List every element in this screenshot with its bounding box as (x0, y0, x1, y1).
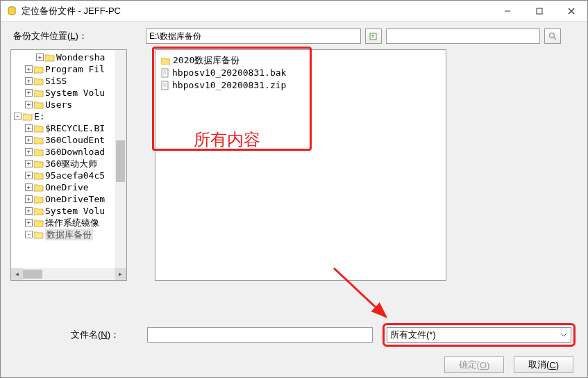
tree-item-label: Program Fil (45, 63, 105, 75)
file-item[interactable]: hbposv10_20200831.bak (161, 67, 440, 79)
expand-toggle[interactable]: + (25, 207, 33, 215)
expand-toggle[interactable]: + (25, 160, 33, 167)
file-item[interactable]: 2020数据库备份 (161, 54, 440, 67)
svg-line-7 (554, 38, 556, 40)
folder-icon (34, 231, 44, 239)
close-button[interactable] (555, 1, 587, 21)
folder-icon (34, 65, 44, 74)
tree-item[interactable]: +360驱动大师 (11, 158, 126, 170)
folder-icon (45, 54, 55, 62)
tree-item[interactable]: -E: (11, 110, 126, 122)
expand-toggle[interactable]: + (25, 136, 33, 144)
scroll-left-button[interactable]: ◀ (11, 268, 23, 280)
content-area: 备份文件位置(L)： +Wondersha+Program Fil+SiSS+S… (1, 22, 587, 377)
file-item[interactable]: hbposv10_20200831.zip (161, 79, 440, 92)
filename-row: 文件名(N)： 所有文件(*) (12, 323, 576, 347)
tree-panel: +Wondersha+Program Fil+SiSS+System Volu+… (10, 49, 127, 281)
location-row: 备份文件位置(L)： (10, 28, 578, 44)
refresh-button[interactable] (365, 28, 382, 44)
tree-item[interactable]: +System Volu (11, 205, 126, 217)
tree-item-label: 95acefa04c5 (45, 170, 105, 181)
folder-icon (34, 195, 44, 204)
tree-item[interactable]: +System Volu (11, 87, 126, 99)
folder-icon (161, 57, 170, 65)
minimize-button[interactable] (492, 1, 523, 21)
tree-item-label: Wondersha (56, 51, 105, 63)
folder-icon (34, 219, 44, 227)
search-button[interactable] (544, 28, 561, 44)
scrollbar-thumb[interactable] (23, 270, 42, 279)
tree-item[interactable]: +OneDriveTem (11, 193, 126, 205)
dialog-window: 定位备份文件 - JEFF-PC 备份文件位置(L)： +Wondersha+P… (0, 0, 588, 378)
expand-toggle[interactable]: - (14, 113, 22, 120)
folder-icon (23, 113, 33, 121)
tree-item[interactable]: +360Download (11, 146, 126, 158)
expand-toggle[interactable]: + (25, 148, 33, 156)
expand-toggle[interactable]: - (25, 231, 33, 238)
file-icon (161, 68, 169, 78)
folder-icon (34, 183, 44, 192)
tree-item[interactable]: +360CloudEnt (11, 134, 126, 146)
expand-toggle[interactable]: + (25, 89, 33, 97)
filename-input[interactable] (147, 327, 373, 343)
scrollbar-thumb[interactable] (116, 140, 125, 182)
folder-icon (34, 207, 44, 215)
tree-item[interactable]: +95acefa04c5 (11, 170, 126, 181)
ok-button[interactable]: 确定(O) (444, 356, 504, 373)
tree-horizontal-scrollbar[interactable]: ◀▶ (11, 268, 126, 280)
tree-item[interactable]: +Users (11, 99, 126, 110)
file-list[interactable]: 2020数据库备份hbposv10_20200831.bakhbposv10_2… (155, 49, 446, 281)
tree-item-label: 操作系统镜像 (45, 217, 99, 229)
annotation-filter-highlight: 所有文件(*) (383, 323, 576, 347)
path-input[interactable] (146, 28, 361, 44)
tree-item-label: System Volu (45, 205, 105, 217)
tree-item[interactable]: +OneDrive (11, 181, 126, 193)
window-controls (492, 1, 587, 21)
expand-toggle[interactable]: + (25, 65, 33, 73)
tree-item-label: E: (34, 110, 45, 122)
bottom-area: 文件名(N)： 所有文件(*) 确定(O) 取消(C) (10, 281, 578, 373)
tree-item-label: $RECYCLE.BI (45, 122, 105, 134)
action-buttons: 确定(O) 取消(C) (12, 356, 576, 373)
folder-icon (34, 101, 44, 109)
annotation-text: 所有内容 (194, 133, 260, 146)
file-type-dropdown[interactable]: 所有文件(*) (387, 327, 571, 343)
expand-toggle[interactable]: + (25, 172, 33, 179)
expand-toggle[interactable]: + (25, 124, 33, 132)
refresh-icon (369, 31, 378, 41)
tree-item[interactable]: +Wondersha (11, 51, 126, 63)
tree-item[interactable]: +Program Fil (11, 63, 126, 75)
expand-toggle[interactable]: + (25, 219, 33, 227)
expand-toggle[interactable]: + (36, 54, 44, 61)
tree-item-label: SiSS (45, 75, 67, 87)
filter-name-input[interactable] (386, 28, 540, 44)
tree-item-label: 360驱动大师 (45, 158, 97, 170)
tree-item-label: 数据库备份 (45, 229, 93, 240)
folder-icon (34, 160, 44, 168)
tree-item[interactable]: +$RECYCLE.BI (11, 122, 126, 134)
tree-item-label: OneDrive (45, 181, 89, 193)
folder-tree[interactable]: +Wondersha+Program Fil+SiSS+System Volu+… (10, 49, 127, 281)
mid-panels: +Wondersha+Program Fil+SiSS+System Volu+… (10, 49, 578, 281)
tree-vertical-scrollbar[interactable] (115, 50, 126, 268)
expand-toggle[interactable]: + (25, 183, 33, 191)
tree-item[interactable]: +SiSS (11, 75, 126, 87)
folder-icon (34, 136, 44, 145)
svg-rect-8 (162, 69, 168, 77)
scroll-right-button[interactable]: ▶ (115, 268, 126, 280)
expand-toggle[interactable]: + (25, 77, 33, 85)
maximize-button[interactable] (523, 1, 555, 21)
file-icon (161, 81, 169, 90)
search-icon (548, 32, 557, 40)
tree-item-label: 360Download (45, 146, 105, 158)
expand-toggle[interactable]: + (25, 195, 33, 203)
folder-icon (34, 77, 44, 85)
file-name: 2020数据库备份 (173, 54, 240, 67)
tree-item[interactable]: +操作系统镜像 (11, 217, 126, 229)
location-label: 备份文件位置(L)： (10, 30, 146, 42)
svg-rect-2 (537, 8, 542, 14)
expand-toggle[interactable]: + (25, 101, 33, 108)
tree-item[interactable]: -数据库备份 (11, 229, 126, 240)
cancel-button[interactable]: 取消(C) (514, 356, 573, 373)
folder-icon (34, 89, 44, 97)
